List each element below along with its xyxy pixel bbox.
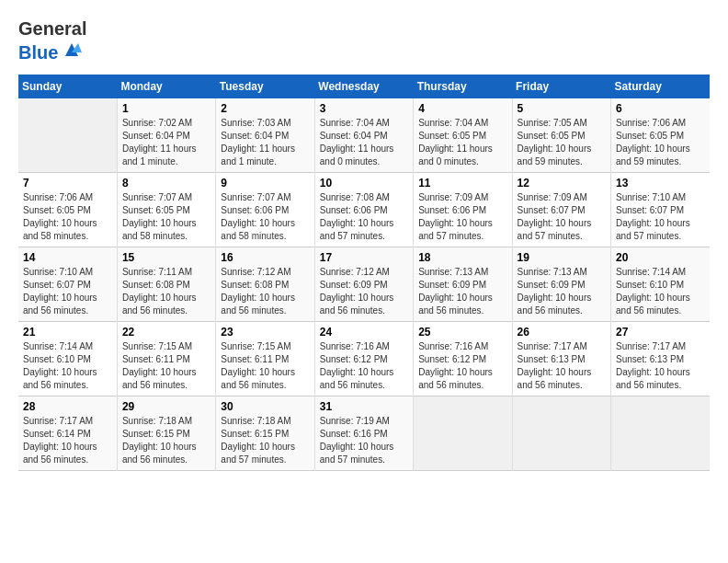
calendar-cell: 23Sunrise: 7:15 AM Sunset: 6:11 PM Dayli…	[216, 322, 314, 396]
day-info: Sunrise: 7:02 AM Sunset: 6:04 PM Dayligh…	[122, 117, 210, 168]
day-number: 25	[418, 326, 506, 339]
calendar-week-4: 21Sunrise: 7:14 AM Sunset: 6:10 PM Dayli…	[18, 322, 710, 396]
calendar-cell: 11Sunrise: 7:09 AM Sunset: 6:06 PM Dayli…	[414, 173, 512, 247]
day-info: Sunrise: 7:17 AM Sunset: 6:13 PM Dayligh…	[616, 340, 705, 392]
day-info: Sunrise: 7:16 AM Sunset: 6:12 PM Dayligh…	[418, 340, 506, 392]
day-info: Sunrise: 7:10 AM Sunset: 6:07 PM Dayligh…	[616, 191, 705, 243]
header-saturday: Saturday	[611, 75, 710, 98]
logo-icon	[62, 40, 82, 60]
calendar-cell	[414, 396, 512, 471]
calendar-cell: 16Sunrise: 7:12 AM Sunset: 6:08 PM Dayli…	[216, 247, 314, 322]
day-number: 1	[122, 102, 210, 115]
calendar-cell	[18, 98, 117, 173]
day-info: Sunrise: 7:14 AM Sunset: 6:10 PM Dayligh…	[23, 340, 112, 392]
calendar-cell: 19Sunrise: 7:13 AM Sunset: 6:09 PM Dayli…	[512, 247, 610, 322]
day-number: 20	[616, 251, 705, 264]
day-number: 9	[221, 177, 309, 190]
calendar-cell: 3Sunrise: 7:04 AM Sunset: 6:04 PM Daylig…	[314, 98, 413, 173]
calendar-week-3: 14Sunrise: 7:10 AM Sunset: 6:07 PM Dayli…	[18, 247, 710, 322]
header-friday: Friday	[512, 75, 610, 98]
day-number: 28	[23, 400, 112, 413]
day-info: Sunrise: 7:06 AM Sunset: 6:05 PM Dayligh…	[23, 191, 112, 243]
day-number: 6	[616, 102, 705, 115]
calendar-cell: 17Sunrise: 7:12 AM Sunset: 6:09 PM Dayli…	[314, 247, 413, 322]
day-info: Sunrise: 7:17 AM Sunset: 6:13 PM Dayligh…	[518, 340, 606, 392]
calendar-cell: 27Sunrise: 7:17 AM Sunset: 6:13 PM Dayli…	[611, 322, 710, 396]
day-number: 11	[418, 177, 506, 190]
calendar-header-row: SundayMondayTuesdayWednesdayThursdayFrid…	[18, 75, 710, 98]
day-number: 19	[518, 251, 606, 264]
calendar-cell: 5Sunrise: 7:05 AM Sunset: 6:05 PM Daylig…	[512, 98, 610, 173]
page-header: General Blue	[18, 18, 710, 65]
day-number: 2	[221, 102, 309, 115]
day-number: 5	[518, 102, 606, 115]
calendar-cell: 20Sunrise: 7:14 AM Sunset: 6:10 PM Dayli…	[611, 247, 710, 322]
calendar-cell: 31Sunrise: 7:19 AM Sunset: 6:16 PM Dayli…	[314, 396, 413, 471]
day-info: Sunrise: 7:14 AM Sunset: 6:10 PM Dayligh…	[616, 266, 705, 317]
day-info: Sunrise: 7:06 AM Sunset: 6:05 PM Dayligh…	[616, 117, 705, 168]
calendar-cell: 7Sunrise: 7:06 AM Sunset: 6:05 PM Daylig…	[18, 173, 117, 247]
header-thursday: Thursday	[414, 75, 512, 98]
calendar-cell: 25Sunrise: 7:16 AM Sunset: 6:12 PM Dayli…	[414, 322, 512, 396]
day-number: 14	[23, 251, 112, 264]
day-number: 4	[418, 102, 506, 115]
header-monday: Monday	[117, 75, 215, 98]
calendar-cell: 13Sunrise: 7:10 AM Sunset: 6:07 PM Dayli…	[611, 173, 710, 247]
logo: General Blue	[18, 18, 86, 65]
calendar-cell: 30Sunrise: 7:18 AM Sunset: 6:15 PM Dayli…	[216, 396, 314, 471]
day-number: 24	[320, 326, 408, 339]
header-tuesday: Tuesday	[216, 75, 314, 98]
day-info: Sunrise: 7:10 AM Sunset: 6:07 PM Dayligh…	[23, 266, 112, 317]
day-number: 13	[616, 177, 705, 190]
day-info: Sunrise: 7:04 AM Sunset: 6:04 PM Dayligh…	[320, 117, 408, 168]
day-number: 10	[320, 177, 408, 190]
calendar-cell: 18Sunrise: 7:13 AM Sunset: 6:09 PM Dayli…	[414, 247, 512, 322]
calendar-cell: 6Sunrise: 7:06 AM Sunset: 6:05 PM Daylig…	[611, 98, 710, 173]
day-number: 8	[122, 177, 210, 190]
day-info: Sunrise: 7:18 AM Sunset: 6:15 PM Dayligh…	[221, 415, 309, 466]
day-number: 23	[221, 326, 309, 339]
day-info: Sunrise: 7:11 AM Sunset: 6:08 PM Dayligh…	[122, 266, 210, 317]
day-number: 18	[418, 251, 506, 264]
calendar-cell: 21Sunrise: 7:14 AM Sunset: 6:10 PM Dayli…	[18, 322, 117, 396]
logo-blue: Blue	[18, 42, 58, 63]
calendar-cell: 2Sunrise: 7:03 AM Sunset: 6:04 PM Daylig…	[216, 98, 314, 173]
calendar-table: SundayMondayTuesdayWednesdayThursdayFrid…	[18, 75, 710, 471]
calendar-week-5: 28Sunrise: 7:17 AM Sunset: 6:14 PM Dayli…	[18, 396, 710, 471]
calendar-cell: 15Sunrise: 7:11 AM Sunset: 6:08 PM Dayli…	[117, 247, 215, 322]
header-wednesday: Wednesday	[314, 75, 413, 98]
day-number: 12	[518, 177, 606, 190]
calendar-cell: 28Sunrise: 7:17 AM Sunset: 6:14 PM Dayli…	[18, 396, 117, 471]
logo-general: General	[18, 18, 86, 40]
calendar-cell: 9Sunrise: 7:07 AM Sunset: 6:06 PM Daylig…	[216, 173, 314, 247]
calendar-cell: 10Sunrise: 7:08 AM Sunset: 6:06 PM Dayli…	[314, 173, 413, 247]
calendar-cell: 12Sunrise: 7:09 AM Sunset: 6:07 PM Dayli…	[512, 173, 610, 247]
day-info: Sunrise: 7:05 AM Sunset: 6:05 PM Dayligh…	[518, 117, 606, 168]
day-number: 31	[320, 400, 408, 413]
calendar-cell: 4Sunrise: 7:04 AM Sunset: 6:05 PM Daylig…	[414, 98, 512, 173]
calendar-cell: 24Sunrise: 7:16 AM Sunset: 6:12 PM Dayli…	[314, 322, 413, 396]
day-info: Sunrise: 7:15 AM Sunset: 6:11 PM Dayligh…	[221, 340, 309, 392]
calendar-cell: 1Sunrise: 7:02 AM Sunset: 6:04 PM Daylig…	[117, 98, 215, 173]
calendar-cell	[611, 396, 710, 471]
day-number: 17	[320, 251, 408, 264]
day-info: Sunrise: 7:17 AM Sunset: 6:14 PM Dayligh…	[23, 415, 112, 466]
calendar-cell: 22Sunrise: 7:15 AM Sunset: 6:11 PM Dayli…	[117, 322, 215, 396]
day-number: 27	[616, 326, 705, 339]
day-number: 7	[23, 177, 112, 190]
day-number: 21	[23, 326, 112, 339]
day-info: Sunrise: 7:16 AM Sunset: 6:12 PM Dayligh…	[320, 340, 408, 392]
calendar-cell: 26Sunrise: 7:17 AM Sunset: 6:13 PM Dayli…	[512, 322, 610, 396]
day-info: Sunrise: 7:04 AM Sunset: 6:05 PM Dayligh…	[418, 117, 506, 168]
calendar-cell: 29Sunrise: 7:18 AM Sunset: 6:15 PM Dayli…	[117, 396, 215, 471]
calendar-cell	[512, 396, 610, 471]
day-number: 3	[320, 102, 408, 115]
day-number: 16	[221, 251, 309, 264]
day-info: Sunrise: 7:09 AM Sunset: 6:06 PM Dayligh…	[418, 191, 506, 243]
header-sunday: Sunday	[18, 75, 117, 98]
day-number: 30	[221, 400, 309, 413]
day-number: 29	[122, 400, 210, 413]
day-info: Sunrise: 7:07 AM Sunset: 6:05 PM Dayligh…	[122, 191, 210, 243]
day-info: Sunrise: 7:07 AM Sunset: 6:06 PM Dayligh…	[221, 191, 309, 243]
day-number: 15	[122, 251, 210, 264]
